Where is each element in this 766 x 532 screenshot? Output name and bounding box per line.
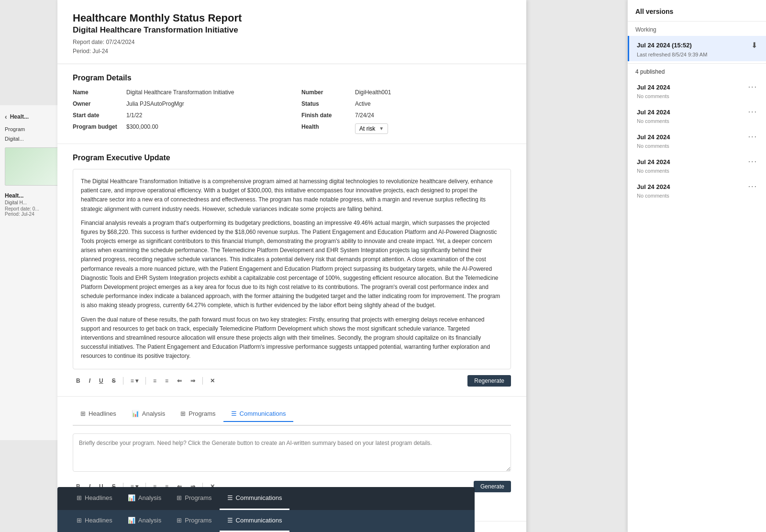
float-tab-programs[interactable]: ⊞ Programs [169,487,219,510]
float-tab-analysis[interactable]: 📊 Analysis [120,487,169,510]
bottom-programs-icon: ⊞ [177,517,182,524]
toolbar-separator-1 [123,377,123,385]
analysis-tab-label: Analysis [142,410,165,417]
published-divider: 4 published [628,63,766,78]
float-analysis-icon: 📊 [128,494,135,501]
name-label: Name [73,89,121,96]
right-panel: All versions Working Jul 24 2024 (15:52)… [627,0,766,532]
more-options-icon-5[interactable]: ··· [747,181,758,192]
float-communications-label: Communications [236,494,282,501]
more-options-icon-3[interactable]: ··· [747,132,758,142]
right-panel-title: All versions [628,6,766,22]
health-select-value: At risk [359,125,375,132]
program-details-section: Program Details Name Digital Healthcare … [57,64,526,144]
regenerate-button[interactable]: Regenerate [467,375,511,387]
tab-analysis[interactable]: 📊 Analysis [124,406,173,421]
communications-tab-icon: ☰ [231,410,237,417]
health-row: Health At risk ▼ [301,123,511,134]
active-version-item[interactable]: Jul 24 2024 (15:52) ⬇ Last refreshed 8/5… [628,36,766,61]
headlines-tab-label: Headlines [89,410,116,417]
bottom-tab-headlines[interactable]: ⊞ Headlines [69,510,120,532]
start-date-row: Start date 1/1/22 [73,112,282,119]
health-select[interactable]: At risk ▼ [355,123,388,134]
details-left: Name Digital Healthcare Transformation I… [73,89,282,134]
pub-v5-comments: No comments [637,193,758,199]
floating-nav-overlay: ⊞ Headlines 📊 Analysis ⊞ Programs ☰ Comm… [57,487,475,510]
headlines-tab-icon: ⊞ [80,410,86,417]
working-label: Working [628,22,766,36]
pub-v4-comments: No comments [637,168,758,174]
active-version-header: Jul 24 2024 (15:52) ⬇ [637,40,758,51]
name-value: Digital Healthcare Transformation Initia… [126,89,234,96]
chevron-down-icon: ▼ [379,126,384,131]
number-label: Number [301,89,349,96]
bottom-analysis-icon: 📊 [128,517,135,524]
exec-p2: Financial analysis reveals a program tha… [81,219,503,310]
bottom-headlines-label: Headlines [85,517,112,524]
list-unordered-button[interactable]: ≡ [150,376,160,386]
start-date-label: Start date [73,112,121,119]
float-tab-headlines[interactable]: ⊞ Headlines [69,487,120,510]
bottom-tab-programs[interactable]: ⊞ Programs [169,510,219,532]
bottom-headlines-icon: ⊞ [77,517,82,524]
main-report: Healthcare Monthly Status Report Digital… [57,0,526,532]
outdent-button[interactable]: ⇐ [174,376,185,386]
bottom-analysis-label: Analysis [138,517,161,524]
finish-date-value: 7/24/24 [355,112,374,119]
number-value: DigiHealth001 [355,89,391,96]
download-icon[interactable]: ⬇ [750,40,758,51]
toolbar-separator-3 [202,377,203,385]
float-tab-communications[interactable]: ☰ Communications [220,487,290,510]
toolbar-separator-2 [145,377,146,385]
float-headlines-icon: ⊞ [77,494,82,501]
bottom-nav-bar: ⊞ Headlines 📊 Analysis ⊞ Programs ☰ Comm… [57,510,475,532]
report-period-meta: Period: Jul-24 [73,47,511,56]
owner-value: Julia PJSAutoProgMgr [126,100,184,107]
status-label: Status [301,100,349,107]
programs-tab-label: Programs [189,410,215,417]
name-row: Name Digital Healthcare Transformation I… [73,89,282,96]
bottom-tab-communications[interactable]: ☰ Communications [220,510,290,532]
report-header: Healthcare Monthly Status Report Digital… [57,0,526,64]
communications-textarea[interactable] [73,433,511,472]
bottom-tab-analysis[interactable]: 📊 Analysis [120,510,169,532]
bold-button[interactable]: B [73,376,84,386]
communications-tab-label: Communications [240,410,286,417]
details-grid: Name Digital Healthcare Transformation I… [73,89,511,134]
clear-format-button[interactable]: ✕ [207,376,218,386]
tab-headlines[interactable]: ⊞ Headlines [73,406,124,421]
published-version-4[interactable]: Jul 24 2024 ··· No comments [628,153,766,177]
pub-v2-comments: No comments [637,118,758,124]
underline-button[interactable]: U [96,376,107,386]
published-count-label: 4 published [635,68,665,75]
tab-programs[interactable]: ⊞ Programs [173,406,223,421]
programs-tab-icon: ⊞ [180,410,186,417]
more-options-icon-1[interactable]: ··· [747,82,758,92]
list-ordered-button[interactable]: ≡ [162,376,172,386]
status-value: Active [355,100,371,107]
exec-toolbar: B I U S ≡ ▾ ≡ ≡ ⇐ ⇒ ✕ Regenerate [73,375,511,387]
published-version-5[interactable]: Jul 24 2024 ··· No comments [628,177,766,202]
owner-row: Owner Julia PJSAutoProgMgr [73,100,282,107]
pub-v1-date: Jul 24 2024 [637,84,670,91]
pub-v1-comments: No comments [637,93,758,99]
budget-label: Program budget [73,123,121,130]
generate-button[interactable]: Generate [474,481,511,492]
align-button[interactable]: ≡ ▾ [127,376,142,386]
more-options-icon-2[interactable]: ··· [747,107,758,117]
tab-communications[interactable]: ☰ Communications [223,406,294,422]
published-version-2[interactable]: Jul 24 2024 ··· No comments [628,103,766,128]
budget-value: $300,000.00 [126,123,158,130]
details-right: Number DigiHealth001 Status Active Finis… [301,89,511,134]
report-date-meta: Report date: 07/24/2024 [73,38,511,47]
pub-v5-date: Jul 24 2024 [637,183,670,190]
active-version-date: Jul 24 2024 (15:52) [637,42,692,49]
published-version-1[interactable]: Jul 24 2024 ··· No comments [628,78,766,103]
more-options-icon-4[interactable]: ··· [747,156,758,167]
italic-button[interactable]: I [86,376,94,386]
owner-label: Owner [73,100,121,107]
published-version-3[interactable]: Jul 24 2024 ··· No comments [628,128,766,153]
back-arrow-icon[interactable]: ‹ [5,113,7,121]
indent-button[interactable]: ⇒ [187,376,199,386]
strikethrough-button[interactable]: S [109,376,119,386]
